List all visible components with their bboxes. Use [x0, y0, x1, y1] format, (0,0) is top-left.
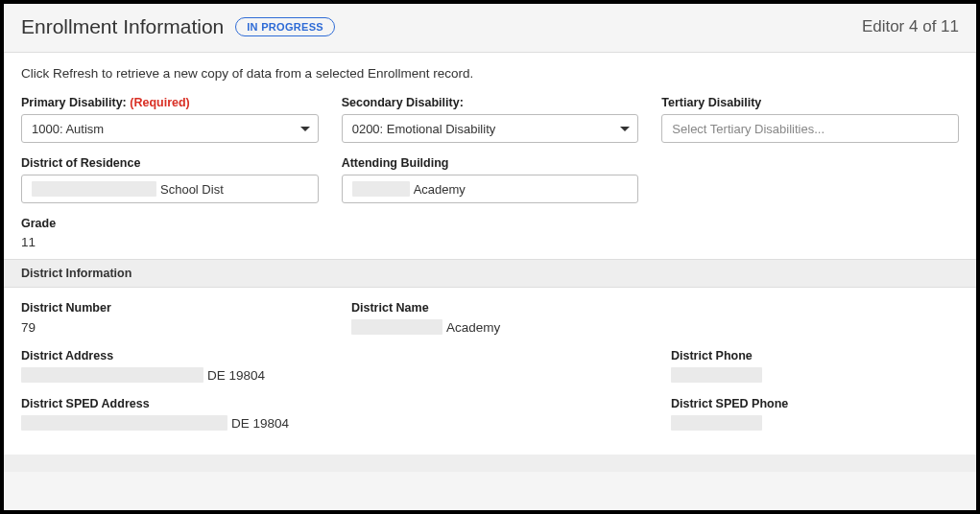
page-header: Enrollment Information IN PROGRESS Edito…: [4, 4, 976, 53]
district-name-label: District Name: [351, 301, 648, 315]
editor-count: Editor 4 of 11: [862, 17, 959, 36]
district-of-residence-label: District of Residence: [21, 156, 319, 170]
row-district-building: District of Residence School Dist Attend…: [21, 156, 959, 203]
attending-building-input[interactable]: Academy: [342, 175, 639, 203]
redacted-block: [32, 181, 156, 197]
secondary-disability-select[interactable]: 0200: Emotional Disability: [342, 114, 639, 143]
secondary-disability-label: Secondary Disability:: [342, 96, 639, 109]
tertiary-disability-select[interactable]: Select Tertiary Disabilities...: [661, 114, 959, 143]
tertiary-disability-placeholder: Select Tertiary Disabilities...: [672, 122, 825, 136]
footer-bar: [4, 455, 976, 472]
district-sped-address-value: DE 19804: [21, 414, 328, 432]
redacted-block: [671, 415, 762, 431]
redacted-block: [21, 415, 227, 431]
district-sped-phone-value: [671, 414, 959, 432]
district-of-residence-input[interactable]: School Dist: [21, 175, 319, 203]
district-address-label: District Address: [21, 349, 328, 362]
chevron-down-icon: [620, 127, 630, 131]
district-phone-value: [671, 366, 959, 384]
district-address-value: DE 19804: [21, 366, 328, 384]
attending-building-suffix: Academy: [414, 182, 466, 197]
chevron-down-icon: [300, 127, 310, 131]
district-number-value: 79: [21, 318, 328, 336]
content-area: Click Refresh to retrieve a new copy of …: [4, 53, 976, 455]
district-sped-phone-label: District SPED Phone: [671, 397, 959, 410]
app-frame: Enrollment Information IN PROGRESS Edito…: [0, 0, 980, 514]
redacted-block: [351, 319, 442, 335]
row-grade: Grade 11: [21, 217, 959, 249]
required-indicator: (Required): [130, 96, 190, 109]
district-info-row-3: District SPED Address DE 19804 District …: [21, 397, 959, 432]
district-info-row-2: District Address DE 19804 District Phone: [21, 349, 959, 384]
primary-disability-value: 1000: Autism: [32, 122, 104, 136]
redacted-block: [352, 181, 410, 197]
header-left: Enrollment Information IN PROGRESS: [21, 15, 335, 38]
district-info-block: District Number 79 District Name Academy…: [21, 288, 959, 445]
redacted-block: [671, 367, 762, 383]
district-of-residence-suffix: School Dist: [160, 182, 224, 197]
redacted-block: [21, 367, 203, 383]
secondary-disability-value: 0200: Emotional Disability: [352, 122, 496, 136]
district-sped-address-label: District SPED Address: [21, 397, 328, 410]
district-name-value: Academy: [351, 318, 648, 336]
page-title: Enrollment Information: [21, 15, 224, 38]
grade-label: Grade: [21, 217, 959, 230]
row-disabilities: Primary Disability: (Required) 1000: Aut…: [21, 96, 959, 143]
status-badge: IN PROGRESS: [235, 17, 335, 36]
helper-text: Click Refresh to retrieve a new copy of …: [21, 66, 959, 81]
district-phone-label: District Phone: [671, 349, 959, 362]
primary-disability-label: Primary Disability: (Required): [21, 96, 319, 109]
primary-disability-select[interactable]: 1000: Autism: [21, 114, 319, 143]
district-number-label: District Number: [21, 301, 328, 315]
district-info-row-1: District Number 79 District Name Academy: [21, 301, 959, 336]
tertiary-disability-label: Tertiary Disability: [661, 96, 959, 109]
grade-value: 11: [21, 235, 959, 249]
district-info-heading: District Information: [4, 259, 976, 288]
attending-building-label: Attending Building: [342, 156, 639, 170]
